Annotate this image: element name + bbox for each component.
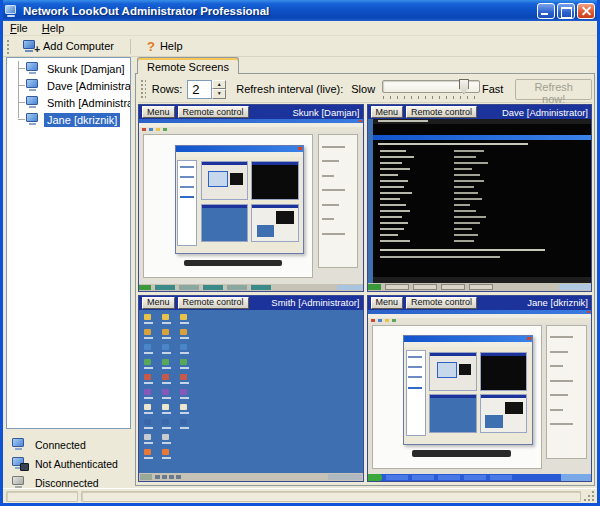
menu-help[interactable]: Help [35, 22, 72, 34]
resize-grip[interactable] [584, 491, 594, 501]
thumb-tree-line [408, 366, 422, 368]
desktop-icon [144, 419, 151, 425]
desktop-icon [162, 329, 169, 335]
thumb-start-button [140, 474, 152, 480]
remote-screen-header: Menu Remote control Dave [Administrator] [368, 105, 592, 119]
desktop-icon-label [162, 322, 171, 324]
thumb-right-panel [546, 325, 586, 459]
mini-window-dark [276, 211, 294, 224]
desktop-icon [180, 314, 187, 320]
console-line [454, 150, 484, 152]
mini-screen [480, 394, 527, 433]
console-line [380, 192, 412, 194]
desktop-icon-label [162, 352, 171, 354]
legend-label: Disconnected [35, 477, 99, 489]
controls-grip[interactable] [140, 79, 146, 100]
console-line [380, 156, 414, 158]
computer-item[interactable]: Dave [Administrator] [7, 77, 130, 94]
panel-remote-control-button[interactable]: Remote control [178, 106, 249, 118]
legend-label: Not Authenticated [35, 458, 118, 470]
thumb-desktop-strip [368, 119, 373, 291]
toolbar-grip[interactable] [6, 39, 10, 54]
thumb-panel-line [322, 233, 345, 235]
maximize-button[interactable] [557, 3, 575, 19]
panel-remote-control-button[interactable]: Remote control [406, 297, 477, 309]
mini-screen [251, 161, 298, 200]
thumb-panel-line [550, 423, 573, 425]
remote-screen-thumbnail[interactable] [139, 310, 363, 482]
desktop-icon [144, 314, 151, 320]
console-line [380, 222, 408, 224]
thumb-taskbar [139, 284, 363, 291]
desktop-icon-label [144, 367, 153, 369]
thumb-nested-close [298, 147, 302, 150]
thumb-toolbar-dot [371, 319, 375, 322]
refresh-interval-slider[interactable] [382, 77, 475, 101]
desktop-icon-label [144, 322, 153, 324]
close-button[interactable] [577, 3, 595, 19]
computer-item[interactable]: Skunk [Damjan] [7, 60, 130, 77]
add-computer-button[interactable]: + Add Computer [15, 37, 122, 56]
desktop-icon-label [180, 352, 189, 354]
thumb-nested-sidebar [177, 160, 197, 246]
remote-screen-header: Menu Remote control Smith [Administrator… [139, 296, 363, 310]
mini-window-blue [485, 415, 502, 428]
thumb-start-button [368, 284, 381, 290]
thumb-task-segment [438, 475, 460, 480]
thumb-task-segment [155, 285, 175, 290]
thumb-nested-sidebar [406, 350, 426, 436]
console-line [454, 162, 488, 164]
tab-remote-screens[interactable]: Remote Screens [137, 57, 239, 74]
thumb-task-segment [490, 475, 512, 480]
rows-value: 2 [187, 80, 212, 99]
remote-screen-thumbnail[interactable] [368, 119, 592, 291]
minimize-button[interactable] [537, 3, 555, 19]
main-panel: Remote Screens Rows: 2 ▲ ▼ Refresh inter… [133, 57, 597, 488]
help-button[interactable]: ? Help [139, 37, 191, 56]
console-line [380, 216, 402, 218]
add-computer-icon: + [23, 40, 38, 53]
rows-spin-up-icon[interactable]: ▲ [212, 80, 226, 90]
console-line [380, 249, 545, 251]
console-line [380, 180, 408, 182]
panel-menu-button[interactable]: Menu [142, 297, 175, 309]
desktop-icon [162, 344, 169, 350]
desktop-icon-label [162, 337, 171, 339]
title-bar[interactable]: Network LookOut Administrator Profession… [0, 0, 600, 21]
status-bar [3, 488, 597, 503]
console-line [380, 234, 398, 236]
remote-screen-thumbnail[interactable] [368, 310, 592, 482]
panel-remote-control-button[interactable]: Remote control [178, 297, 249, 309]
desktop-icon [180, 344, 187, 350]
desktop-icon [144, 359, 151, 365]
panel-menu-button[interactable]: Menu [371, 297, 404, 309]
help-label: Help [160, 40, 183, 52]
mini-screen-header [430, 395, 475, 398]
panel-menu-button[interactable]: Menu [142, 106, 175, 118]
mini-screen [201, 204, 248, 243]
rows-spinner[interactable]: 2 ▲ ▼ [187, 80, 226, 99]
remote-screen-title: Jane [dkriznik] [480, 297, 588, 308]
refresh-now-button[interactable]: Refresh now! [515, 79, 592, 100]
console-line [380, 168, 410, 170]
panel-menu-button[interactable]: Menu [371, 106, 404, 118]
desktop-icon-label [162, 367, 171, 369]
computer-item[interactable]: Smith [Administrator] [7, 94, 130, 111]
remote-screen-header: Menu Remote control Skunk [Damjan] [139, 105, 363, 119]
desktop-icon-label [180, 397, 189, 399]
computer-icon [26, 79, 41, 92]
computer-item[interactable]: Jane [dkriznik] [7, 111, 130, 128]
mini-screen-header [202, 162, 247, 165]
panel-remote-control-button[interactable]: Remote control [406, 106, 477, 118]
thumb-panel-line [550, 380, 573, 382]
rows-spin-down-icon[interactable]: ▼ [212, 89, 226, 99]
desktop-icon-label [162, 442, 171, 444]
slow-label: Slow [351, 83, 375, 95]
thumb-task-segment [385, 284, 409, 290]
console-line [454, 156, 476, 158]
thumb-nested-grid [428, 350, 529, 436]
thumb-toolbar-dot [149, 128, 153, 131]
menu-file[interactable]: File [3, 22, 35, 34]
remote-screen-thumbnail[interactable] [139, 119, 363, 291]
computer-icon [12, 438, 27, 451]
